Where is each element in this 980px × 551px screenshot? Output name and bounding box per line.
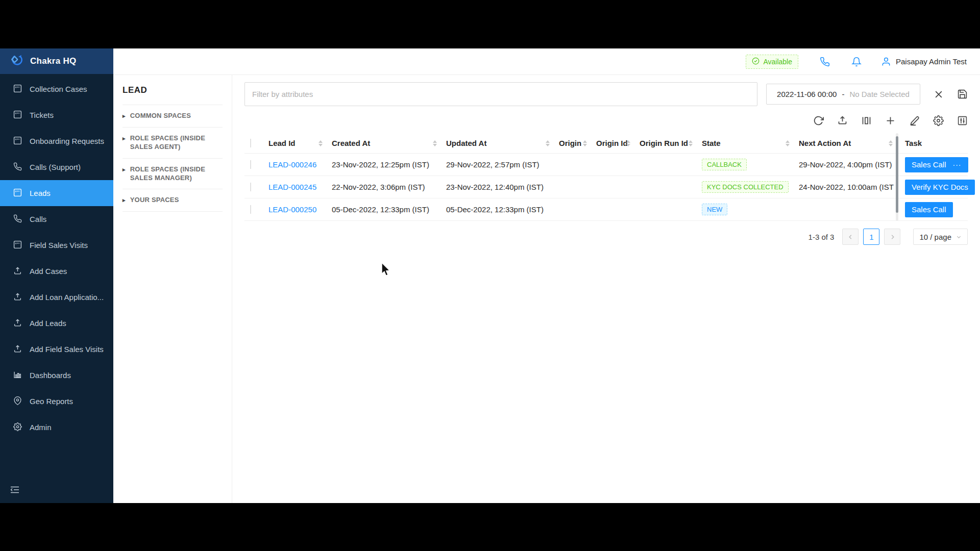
chevron-right-icon: ▸ bbox=[122, 196, 126, 204]
pagination-page-1[interactable]: 1 bbox=[863, 229, 879, 245]
date-range-picker[interactable]: 2022-11-06 00:00 - No Date Selected bbox=[766, 84, 920, 105]
row-checkbox[interactable] bbox=[250, 183, 251, 191]
phone-icon[interactable] bbox=[820, 57, 830, 67]
sort-icon[interactable] bbox=[433, 140, 437, 146]
phone-icon bbox=[13, 214, 22, 224]
page-size-select[interactable]: 10 / page bbox=[913, 229, 968, 245]
bell-icon[interactable] bbox=[851, 57, 862, 67]
spaces-section-common[interactable]: ▸ COMMON SPACES bbox=[122, 105, 223, 128]
user-name: Paisapay Admin Test bbox=[896, 57, 967, 66]
upload-icon bbox=[13, 266, 22, 277]
task-more-menu[interactable]: ··· bbox=[953, 161, 962, 169]
lead-id-link[interactable]: LEAD-000245 bbox=[268, 183, 316, 191]
column-header-origin-id[interactable]: Origin Id bbox=[591, 139, 634, 147]
content-area: Available Paisapay Admin Test LEAD ▸ COM… bbox=[113, 48, 980, 503]
column-header-origin[interactable]: Origin bbox=[554, 139, 591, 147]
pagination-range: 1-3 of 3 bbox=[808, 233, 835, 241]
pagination-prev-button[interactable] bbox=[842, 229, 859, 245]
filter-settings-icon[interactable] bbox=[957, 115, 968, 126]
column-header-next-action-at[interactable]: Next Action At bbox=[794, 139, 897, 147]
sidebar-item-add-leads[interactable]: Add Leads bbox=[0, 310, 113, 336]
sort-icon[interactable] bbox=[626, 140, 630, 146]
sidebar-item-label: Leads bbox=[30, 189, 51, 197]
filter-input[interactable] bbox=[244, 82, 757, 106]
sort-icon[interactable] bbox=[546, 140, 550, 146]
availability-label: Available bbox=[763, 58, 792, 66]
lead-id-link[interactable]: LEAD-000246 bbox=[268, 160, 316, 169]
task-button[interactable]: Verify KYC Docs bbox=[905, 180, 975, 195]
sidebar-item-add-cases[interactable]: Add Cases bbox=[0, 258, 113, 284]
menu-fold-icon bbox=[10, 487, 19, 495]
sort-icon[interactable] bbox=[889, 140, 893, 146]
sort-icon[interactable] bbox=[318, 140, 323, 146]
user-icon bbox=[881, 57, 891, 67]
card-icon bbox=[13, 136, 22, 146]
table-scrollbar-thumb[interactable] bbox=[896, 136, 898, 213]
next-action-at-cell: 29-Nov-2022, 4:00pm (IST) bbox=[794, 160, 897, 169]
sidebar-item-leads[interactable]: Leads bbox=[0, 180, 113, 206]
sidebar-item-collection-cases[interactable]: Collection Cases bbox=[0, 76, 113, 102]
row-checkbox[interactable] bbox=[250, 160, 251, 169]
sidebar-item-add-field-sales-visits[interactable]: Add Field Sales Visits bbox=[0, 336, 113, 362]
sidebar-item-onboarding-requests[interactable]: Onboarding Requests bbox=[0, 128, 113, 154]
spaces-section-role-agent[interactable]: ▸ ROLE SPACES (INSIDE SALES AGENT) bbox=[122, 128, 223, 159]
select-all-checkbox[interactable] bbox=[250, 139, 251, 147]
column-header-origin-run-id[interactable]: Origin Run Id bbox=[634, 139, 697, 147]
spaces-section-role-manager[interactable]: ▸ ROLE SPACES (INSIDE SALES MANAGER) bbox=[122, 159, 223, 190]
sidebar-item-add-loan-applications[interactable]: Add Loan Applicatio... bbox=[0, 284, 113, 310]
pagination-next-button[interactable] bbox=[884, 229, 900, 245]
bar-chart-icon bbox=[13, 370, 22, 381]
state-badge: CALLBACK bbox=[702, 159, 747, 171]
refresh-icon[interactable] bbox=[813, 115, 824, 126]
spaces-section-your-spaces[interactable]: ▸ YOUR SPACES bbox=[122, 189, 223, 212]
sidebar-item-dashboards[interactable]: Dashboards bbox=[0, 362, 113, 388]
updated-at-cell: 23-Nov-2022, 12:40pm (IST) bbox=[441, 183, 554, 191]
chevron-right-icon: ▸ bbox=[122, 165, 126, 173]
column-header-lead-id[interactable]: Lead Id bbox=[263, 139, 327, 147]
check-circle-icon bbox=[752, 57, 760, 66]
sidebar-item-label: Add Cases bbox=[30, 267, 67, 276]
sidebar-item-field-sales-visits[interactable]: Field Sales Visits bbox=[0, 232, 113, 258]
created-at-cell: 05-Dec-2022, 12:33pm (IST) bbox=[327, 205, 441, 214]
sidebar-item-label: Tickets bbox=[30, 111, 54, 119]
filter-row: 2022-11-06 00:00 - No Date Selected bbox=[244, 82, 968, 106]
created-at-cell: 23-Nov-2022, 12:25pm (IST) bbox=[327, 160, 441, 169]
sidebar-item-label: Geo Reports bbox=[30, 397, 73, 406]
topbar: Available Paisapay Admin Test bbox=[113, 48, 980, 75]
table-header-row: Lead Id Created At Updated At Origin Ori… bbox=[244, 133, 968, 154]
sidebar-item-tickets[interactable]: Tickets bbox=[0, 102, 113, 128]
pagination: 1-3 of 3 1 10 / page bbox=[244, 229, 968, 245]
export-icon[interactable] bbox=[837, 115, 848, 126]
row-checkbox[interactable] bbox=[250, 205, 251, 214]
columns-icon[interactable] bbox=[861, 115, 872, 126]
sort-icon[interactable] bbox=[786, 140, 790, 146]
sidebar-nav: Collection Cases Tickets Onboarding Requ… bbox=[0, 74, 113, 440]
app-logo: Chakra HQ bbox=[0, 48, 113, 74]
sidebar-collapse-button[interactable] bbox=[10, 486, 19, 496]
column-header-state[interactable]: State bbox=[697, 139, 794, 147]
upload-icon bbox=[13, 318, 22, 329]
user-menu[interactable]: Paisapay Admin Test bbox=[881, 57, 967, 67]
sort-icon[interactable] bbox=[583, 140, 587, 146]
sidebar-item-geo-reports[interactable]: Geo Reports bbox=[0, 388, 113, 414]
edit-icon[interactable] bbox=[909, 115, 920, 126]
sidebar-item-calls[interactable]: Calls bbox=[0, 206, 113, 232]
sort-icon[interactable] bbox=[689, 140, 693, 146]
sidebar-item-calls-support[interactable]: Calls (Support) bbox=[0, 154, 113, 180]
save-view-button[interactable] bbox=[957, 89, 968, 99]
chevron-right-icon: ▸ bbox=[122, 112, 126, 119]
settings-gear-icon[interactable] bbox=[933, 115, 944, 126]
sidebar-item-admin[interactable]: Admin bbox=[0, 414, 113, 440]
date-range-end-placeholder: No Date Selected bbox=[849, 90, 910, 98]
availability-badge[interactable]: Available bbox=[746, 55, 798, 69]
screen: Chakra HQ Collection Cases Tickets Onboa… bbox=[0, 0, 980, 551]
column-header-updated-at[interactable]: Updated At bbox=[441, 139, 554, 147]
lead-id-link[interactable]: LEAD-000250 bbox=[268, 205, 316, 214]
task-button[interactable]: Sales Call··· bbox=[905, 157, 968, 172]
add-icon[interactable] bbox=[885, 115, 896, 126]
chevron-right-icon: ▸ bbox=[122, 134, 126, 142]
clear-filters-button[interactable] bbox=[934, 89, 944, 99]
task-button[interactable]: Sales Call bbox=[905, 202, 953, 217]
column-header-created-at[interactable]: Created At bbox=[327, 139, 441, 147]
column-header-task: Task bbox=[897, 139, 968, 147]
